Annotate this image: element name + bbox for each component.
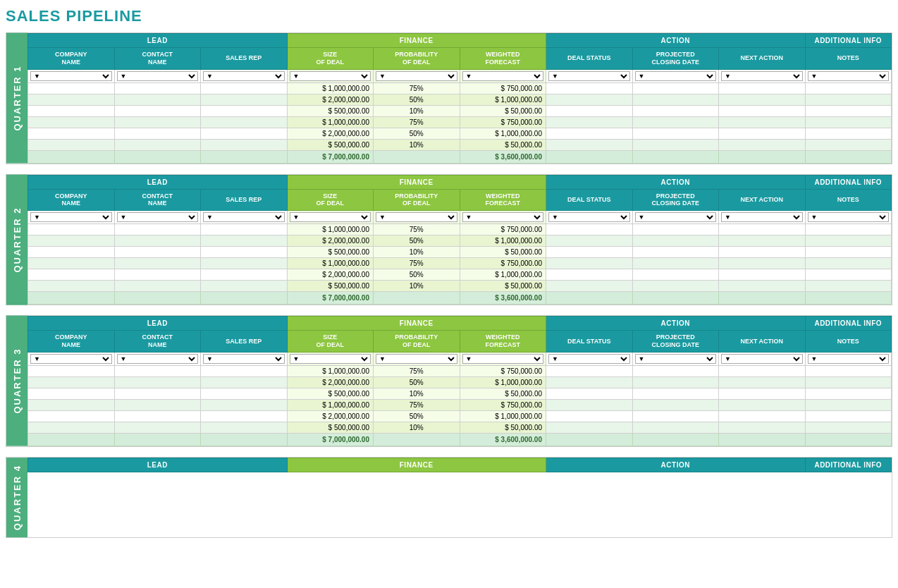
weighted-forecast-cell: $ 750,000.00 — [460, 258, 546, 269]
action-section-header: ACTION — [546, 317, 806, 331]
total-row: $ 7,000,000.00$ 3,600,000.00 — [28, 292, 892, 305]
section-header-row: LEADFINANCEACTIONADDITIONAL INFO — [28, 317, 892, 331]
additional-info-section-header: ADDITIONAL INFO — [805, 34, 892, 48]
filter-select-col-3[interactable]: ▼ — [290, 71, 371, 81]
weighted-forecast-cell: $ 50,000.00 — [460, 388, 546, 399]
probability-cell: 10% — [374, 388, 460, 399]
lead-section-header: LEAD — [28, 34, 288, 48]
filter-select-col-7[interactable]: ▼ — [635, 71, 717, 81]
filter-select-col-8[interactable]: ▼ — [721, 71, 803, 81]
filter-select-col-7[interactable]: ▼ — [635, 212, 717, 222]
size-of-deal-cell: $ 2,000,000.00 — [287, 376, 374, 388]
probability-cell: 50% — [374, 94, 460, 105]
total-size-of-deal: $ 7,000,000.00 — [287, 150, 374, 163]
projected-closing-header: PROJECTEDCLOSING DATE — [632, 48, 719, 70]
filter-select-col-2[interactable]: ▼ — [203, 354, 285, 364]
filter-select-col-7[interactable]: ▼ — [635, 354, 717, 364]
contact-name-header: CONTACTNAME — [114, 331, 201, 353]
company-name-header: COMPANYNAME — [28, 189, 115, 211]
quarter-label-2: QUARTER 2 — [6, 175, 27, 305]
probability-cell: 10% — [374, 281, 460, 292]
page-title: SALES PIPELINE — [6, 7, 892, 25]
weighted-forecast-cell: $ 750,000.00 — [460, 116, 546, 128]
filter-select-col-4[interactable]: ▼ — [376, 71, 457, 81]
filter-select-col-6[interactable]: ▼ — [548, 212, 630, 222]
weighted-forecast-cell: $ 750,000.00 — [460, 365, 546, 376]
table-row: $ 1,000,000.0075%$ 750,000.00 — [28, 82, 892, 94]
probability-cell: 10% — [374, 139, 460, 150]
filter-select-col-5[interactable]: ▼ — [462, 71, 544, 81]
filter-select-col-9[interactable]: ▼ — [808, 212, 890, 222]
quarter-block-2: QUARTER 2LEADFINANCEACTIONADDITIONAL INF… — [6, 174, 892, 306]
table-row: $ 500,000.0010%$ 50,000.00 — [28, 105, 892, 116]
column-header-row: COMPANYNAMECONTACTNAMESALES REPSIZEOF DE… — [28, 48, 892, 70]
filter-select-col-6[interactable]: ▼ — [548, 71, 630, 81]
finance-section-header: FINANCE — [287, 458, 546, 472]
size-of-deal-header: SIZEOF DEAL — [287, 189, 374, 211]
size-of-deal-cell: $ 2,000,000.00 — [287, 235, 374, 247]
deal-status-header: DEAL STATUS — [546, 331, 633, 353]
filter-select-col-8[interactable]: ▼ — [721, 212, 803, 222]
filter-select-col-8[interactable]: ▼ — [721, 354, 803, 364]
table-row: $ 1,000,000.0075%$ 750,000.00 — [28, 399, 892, 410]
contact-name-header: CONTACTNAME — [114, 48, 201, 70]
quarter-block-3: QUARTER 3LEADFINANCEACTIONADDITIONAL INF… — [6, 315, 892, 447]
table-row: $ 500,000.0010%$ 50,000.00 — [28, 422, 892, 433]
total-size-of-deal: $ 7,000,000.00 — [287, 292, 374, 305]
filter-select-col-3[interactable]: ▼ — [290, 354, 371, 364]
filter-select-col-0[interactable]: ▼ — [30, 212, 112, 222]
filter-select-col-6[interactable]: ▼ — [548, 354, 630, 364]
weighted-forecast-cell: $ 750,000.00 — [460, 224, 546, 235]
filter-select-col-0[interactable]: ▼ — [30, 71, 112, 81]
probability-cell: 10% — [374, 105, 460, 116]
table-row: $ 1,000,000.0075%$ 750,000.00 — [28, 258, 892, 269]
projected-closing-header: PROJECTEDCLOSING DATE — [632, 331, 719, 353]
notes-header: NOTES — [805, 331, 892, 353]
total-row: $ 7,000,000.00$ 3,600,000.00 — [28, 433, 892, 446]
probability-cell: 75% — [374, 224, 460, 235]
filter-select-col-4[interactable]: ▼ — [376, 212, 457, 222]
filter-select-col-9[interactable]: ▼ — [808, 354, 890, 364]
company-name-header: COMPANYNAME — [28, 331, 115, 353]
deal-status-header: DEAL STATUS — [546, 189, 633, 211]
weighted-forecast-cell: $ 1,000,000.00 — [460, 410, 546, 422]
weighted-forecast-header: WEIGHTEDFORECAST — [460, 48, 546, 70]
filter-select-col-2[interactable]: ▼ — [203, 212, 285, 222]
size-of-deal-cell: $ 500,000.00 — [287, 139, 374, 150]
table-row: $ 2,000,000.0050%$ 1,000,000.00 — [28, 235, 892, 247]
deal-status-header: DEAL STATUS — [546, 48, 633, 70]
size-of-deal-cell: $ 1,000,000.00 — [287, 82, 374, 94]
size-of-deal-cell: $ 1,000,000.00 — [287, 399, 374, 410]
size-of-deal-cell: $ 500,000.00 — [287, 281, 374, 292]
probability-cell: 50% — [374, 410, 460, 422]
filter-select-col-0[interactable]: ▼ — [30, 354, 112, 364]
additional-info-section-header: ADDITIONAL INFO — [805, 458, 892, 472]
size-of-deal-cell: $ 2,000,000.00 — [287, 128, 374, 139]
probability-cell: 75% — [374, 365, 460, 376]
filter-select-col-1[interactable]: ▼ — [117, 212, 199, 222]
column-header-row: COMPANYNAMECONTACTNAMESALES REPSIZEOF DE… — [28, 331, 892, 353]
total-weighted-forecast: $ 3,600,000.00 — [460, 292, 546, 305]
filter-select-col-5[interactable]: ▼ — [462, 354, 544, 364]
column-header-row: COMPANYNAMECONTACTNAMESALES REPSIZEOF DE… — [28, 189, 892, 211]
action-section-header: ACTION — [546, 34, 806, 48]
filter-select-col-1[interactable]: ▼ — [117, 71, 199, 81]
size-of-deal-cell: $ 2,000,000.00 — [287, 94, 374, 105]
filter-select-col-1[interactable]: ▼ — [117, 354, 199, 364]
filter-row: ▼▼▼▼▼▼▼▼▼▼ — [28, 352, 892, 365]
action-section-header: ACTION — [546, 175, 806, 189]
probability-cell: 50% — [374, 269, 460, 281]
table-row: $ 2,000,000.0050%$ 1,000,000.00 — [28, 410, 892, 422]
filter-select-col-4[interactable]: ▼ — [376, 354, 457, 364]
filter-select-col-3[interactable]: ▼ — [290, 212, 371, 222]
weighted-forecast-cell: $ 1,000,000.00 — [460, 235, 546, 247]
size-of-deal-cell: $ 1,000,000.00 — [287, 365, 374, 376]
total-size-of-deal: $ 7,000,000.00 — [287, 433, 374, 446]
probability-cell: 10% — [374, 422, 460, 433]
sales-rep-header: SALES REP — [201, 189, 288, 211]
filter-select-col-9[interactable]: ▼ — [808, 71, 890, 81]
filter-select-col-5[interactable]: ▼ — [462, 212, 544, 222]
weighted-forecast-cell: $ 1,000,000.00 — [460, 128, 546, 139]
filter-select-col-2[interactable]: ▼ — [203, 71, 285, 81]
weighted-forecast-cell: $ 1,000,000.00 — [460, 94, 546, 105]
